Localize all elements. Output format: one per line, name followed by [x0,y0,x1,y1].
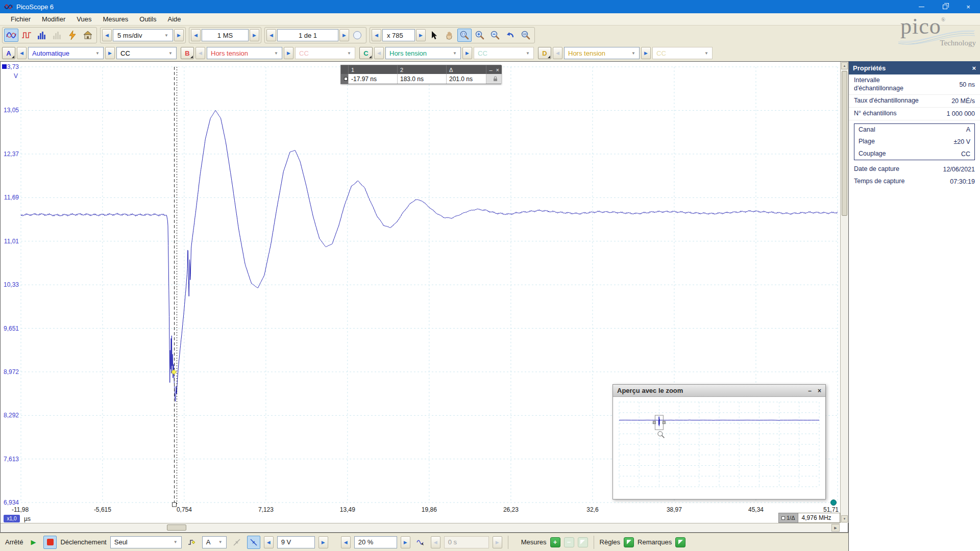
samples-prev-button[interactable]: ◀ [191,29,201,41]
channel-b-range-up-button[interactable]: ▶ [284,47,293,59]
zoom-overview-body[interactable] [613,397,825,499]
zoom-next-button[interactable]: ▶ [416,29,426,41]
channel-c-coupling-select[interactable]: CC ▼ [474,47,534,59]
pretrigger-field[interactable]: 20 % [354,536,397,548]
home-button[interactable] [81,29,95,42]
time-ruler-legend[interactable]: 1 2 Δ – × -17.97 ns 183.0 ns 201.0 ns [340,65,501,84]
zoom-in-tool-button[interactable] [473,29,487,42]
auto-setup-button[interactable] [65,29,80,42]
trigger-marker[interactable] [172,369,177,374]
minimize-button[interactable] [910,0,933,13]
zoom-prev-button[interactable]: ◀ [372,29,381,41]
zoom-rect-handle[interactable] [663,421,665,424]
stop-button[interactable] [43,536,57,549]
channel-c-mode-select[interactable]: Hors tension ▼ [385,47,461,59]
timebase-select[interactable]: 5 ms/div ▼ [113,29,173,41]
channel-b-mode-select[interactable]: Hors tension ▼ [207,47,282,59]
ruler-drag-handle[interactable] [173,503,177,507]
trigger-source-select[interactable]: A ▼ [202,536,227,548]
minimize-icon[interactable]: – [489,67,492,73]
holdoff-down-button[interactable]: ◀ [431,536,440,548]
trigger-marker-button[interactable] [185,536,199,549]
pretrigger-down-button[interactable]: ◀ [341,536,351,548]
buffer-prev-button[interactable]: ◀ [266,29,276,41]
close-button[interactable]: × [957,0,980,13]
menu-mesures[interactable]: Mesures [97,14,134,24]
close-icon[interactable]: × [496,67,499,73]
channel-b-coupling-select[interactable]: CC ▼ [295,47,355,59]
add-measure-button[interactable]: + [550,537,560,547]
channel-b-button[interactable]: B [181,47,194,59]
channel-c-range-up-button[interactable]: ▶ [462,47,472,59]
horizontal-scrollbar[interactable]: ▶ [1,523,840,532]
channel-d-range-down-button[interactable]: ◀ [553,47,562,59]
channel-d-range-up-button[interactable]: ▶ [641,47,651,59]
channel-a-range-down-button[interactable]: ◀ [17,47,27,59]
menu-vues[interactable]: Vues [71,14,97,24]
channel-d-mode-select[interactable]: Hors tension ▼ [564,47,640,59]
channel-a-coupling-select[interactable]: CC ▼ [116,47,177,59]
samples-field[interactable]: 1 MS [202,29,249,41]
channel-a-axis-indicator[interactable] [2,64,7,69]
rising-edge-button[interactable] [230,536,243,549]
scroll-up-button[interactable]: ▲ [841,62,848,69]
zoom-rect-handle[interactable] [653,421,655,424]
holdoff-field[interactable]: 0 s [444,536,489,548]
zoom-overview-titlebar[interactable]: Aperçu avec le zoom – × [613,385,825,397]
trigger-level-field[interactable]: 9 V [277,536,315,548]
edit-measure-button[interactable] [578,537,588,547]
pretrigger-up-button[interactable]: ▶ [401,536,410,548]
buffer-page-field[interactable]: 1 de 1 [277,29,338,41]
trigger-mode-select[interactable]: Seul ▼ [110,536,182,548]
persistence-view-button[interactable] [35,29,49,42]
channel-a-mode-select[interactable]: Automatique ▼ [28,47,104,59]
holdoff-up-button[interactable]: ▶ [493,536,502,548]
samples-next-button[interactable]: ▶ [250,29,259,41]
restore-button[interactable] [933,0,957,13]
channel-a-button[interactable]: A [2,47,15,59]
pan-tool-button[interactable] [442,29,456,42]
start-button[interactable]: ▶ [27,536,40,549]
close-icon[interactable]: × [818,387,821,394]
scope-view-button[interactable] [4,29,18,42]
channel-d-coupling-select[interactable]: CC ▼ [652,47,713,59]
zoom-overview-plot[interactable] [613,397,825,499]
undo-zoom-button[interactable] [503,29,518,42]
channel-d-button[interactable]: D [538,47,551,59]
channel-b-range-down-button[interactable]: ◀ [195,47,205,59]
ruler-legend-drag-handle[interactable] [341,74,349,84]
rules-button[interactable] [624,537,634,547]
level-up-button[interactable]: ▶ [318,536,328,548]
axis-scale-dot[interactable] [831,500,837,506]
menu-outils[interactable]: Outils [134,14,162,24]
ruler-lock-button[interactable] [486,74,502,84]
scroll-right-button[interactable]: ▶ [831,524,840,532]
channel-a-range-up-button[interactable]: ▶ [105,47,115,59]
level-down-button[interactable]: ◀ [264,536,274,548]
spectrum-view-button[interactable] [19,29,34,42]
scroll-down-button[interactable]: ▼ [841,515,848,522]
vertical-scrollbar[interactable]: ▲ ▼ [840,62,848,523]
vertical-scrollbar-thumb[interactable] [842,71,847,216]
notes-button[interactable] [675,537,685,547]
menu-modifier[interactable]: Modifier [36,14,71,24]
zoom-factor-field[interactable]: x 785 [382,29,415,41]
timebase-prev-button[interactable]: ◀ [102,29,112,41]
buffer-next-button[interactable]: ▶ [339,29,349,41]
menu-aide[interactable]: Aide [162,14,187,24]
buffer-overview-button[interactable] [350,29,364,42]
horizontal-scrollbar-thumb[interactable] [167,524,186,531]
pointer-tool-button[interactable] [427,29,441,42]
minimize-icon[interactable]: – [808,387,812,394]
timebase-next-button[interactable]: ▶ [174,29,184,41]
zoom-overview-window[interactable]: Aperçu avec le zoom – × [612,384,826,499]
close-icon[interactable]: × [972,64,976,72]
remove-measure-button[interactable]: − [564,537,574,547]
channel-c-button[interactable]: C [359,47,373,59]
falling-edge-button[interactable] [247,536,260,549]
zoom-box-tool-button[interactable] [457,29,472,42]
xy-view-button[interactable] [50,29,64,42]
menu-fichier[interactable]: Fichier [5,14,36,24]
zoom-out-tool-button[interactable] [488,29,502,42]
zoom-full-button[interactable]: 100 [519,29,533,42]
